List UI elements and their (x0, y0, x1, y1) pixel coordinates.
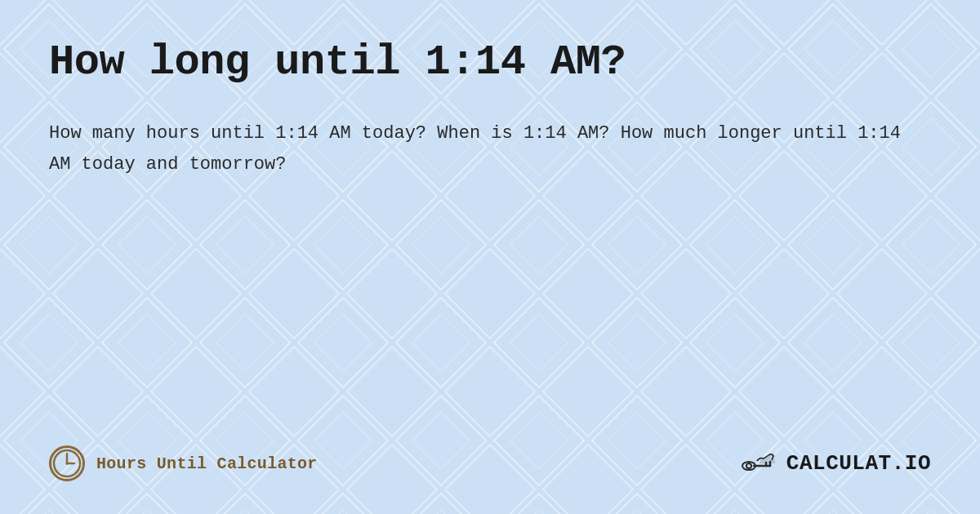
page-description: How many hours until 1:14 AM today? When… (49, 118, 906, 179)
svg-point-5 (54, 450, 80, 476)
left-brand-label: Hours Until Calculator (96, 454, 318, 473)
svg-point-10 (746, 463, 751, 468)
footer: Hours Until Calculator CALCULAT.IO (49, 429, 931, 481)
page-content: How long until 1:14 AM? How many hours u… (0, 0, 980, 514)
right-brand-label: CALCULAT.IO (786, 451, 931, 476)
clock-icon (49, 445, 85, 481)
main-section: How long until 1:14 AM? How many hours u… (49, 39, 931, 429)
pointing-hand-icon (739, 448, 780, 479)
clock-svg (51, 448, 82, 479)
right-brand: CALCULAT.IO (739, 448, 931, 479)
svg-point-8 (66, 463, 69, 465)
page-title: How long until 1:14 AM? (49, 39, 931, 86)
left-brand: Hours Until Calculator (49, 445, 318, 481)
